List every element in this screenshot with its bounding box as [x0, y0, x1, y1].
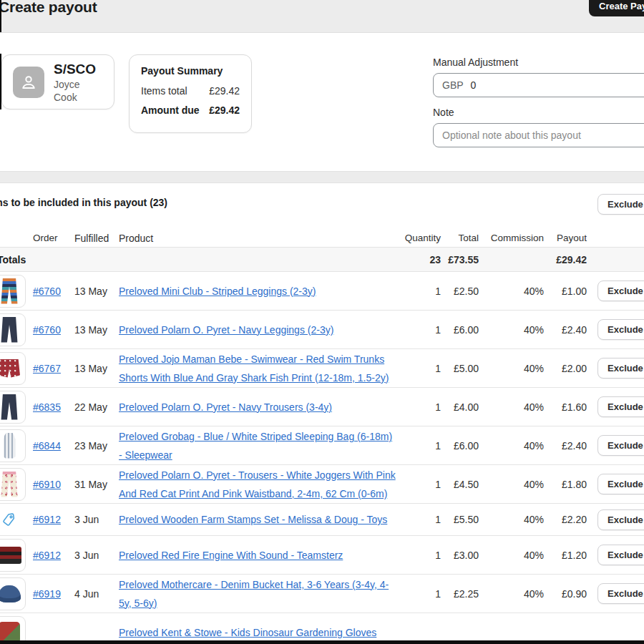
order-link[interactable]: #6912	[33, 550, 61, 561]
quantity-value: 1	[396, 479, 441, 490]
product-link[interactable]: Preloved Polarn O. Pyret - Trousers - Wh…	[119, 469, 396, 499]
exclude-button[interactable]: Exclude	[597, 509, 644, 530]
order-link[interactable]: #6844	[33, 440, 61, 452]
fulfilled-date: 31 May	[74, 479, 119, 490]
totals-total: £73.55	[441, 254, 479, 265]
payout-value: £1.60	[544, 401, 587, 413]
totals-row: Totals 23 £73.55 £29.42	[0, 248, 644, 272]
customer-name: Joyce Cook	[54, 78, 103, 104]
window-edge-bottom	[0, 640, 644, 644]
totals-payout: £29.42	[544, 254, 587, 265]
exclude-button[interactable]: Exclude	[597, 280, 644, 301]
commission-value: 40%	[479, 550, 544, 561]
total-value: £2.25	[441, 588, 479, 600]
total-value: £4.00	[441, 401, 479, 413]
product-link[interactable]: Preloved Polarn O. Pyret - Navy Leggings…	[119, 324, 333, 336]
quantity-value: 1	[396, 286, 441, 297]
fulfilled-date: 23 May	[74, 440, 119, 452]
quantity-value: 1	[396, 401, 441, 413]
exclude-button[interactable]: Exclude	[597, 358, 644, 379]
exclude-all-button[interactable]: Exclude All	[597, 194, 644, 215]
table-row: #6760 13 May Preloved Polarn O. Pyret - …	[0, 311, 644, 349]
commission-value: 40%	[479, 401, 544, 413]
product-thumbnail	[0, 391, 33, 424]
table-row: #6767 13 May Preloved Jojo Maman Bebe - …	[0, 349, 644, 388]
product-thumbnail	[0, 539, 33, 572]
table-row: #6910 31 May Preloved Polarn O. Pyret - …	[0, 465, 644, 504]
commission-value: 40%	[479, 440, 544, 452]
table-row: #6835 22 May Preloved Polarn O. Pyret - …	[0, 388, 644, 426]
column-header-fulfilled: Fulfilled	[74, 233, 119, 244]
total-value: £5.00	[441, 363, 479, 374]
total-value: £3.00	[441, 550, 479, 561]
table-row: #6912 3 Jun Preloved Red Fire Engine Wit…	[0, 536, 644, 575]
product-link[interactable]: Preloved Kent & Stowe - Kids Dinosaur Ga…	[119, 627, 376, 638]
order-link[interactable]: #6912	[33, 514, 61, 525]
fulfilled-date: 22 May	[74, 401, 119, 413]
table-row: Preloved Kent & Stowe - Kids Dinosaur Ga…	[0, 613, 644, 644]
fulfilled-date: 13 May	[74, 324, 119, 336]
note-label: Note	[433, 107, 644, 118]
table-header-row: Order Fulfilled Product Quantity Total C…	[0, 229, 644, 248]
table-row: #6919 4 Jun Preloved Mothercare - Denim …	[0, 575, 644, 613]
order-link[interactable]: #6760	[33, 286, 61, 297]
payout-value: £1.20	[544, 550, 587, 561]
totals-label: Totals	[0, 254, 396, 265]
customer-avatar-icon	[13, 67, 44, 98]
exclude-button[interactable]: Exclude	[597, 545, 644, 565]
exclude-button[interactable]: Exclude	[597, 583, 644, 604]
quantity-value: 1	[396, 550, 441, 561]
product-link[interactable]: Preloved Red Fire Engine With Sound - Te…	[119, 550, 343, 561]
column-header-total: Total	[441, 233, 479, 243]
payout-value: £2.20	[544, 514, 587, 525]
product-thumbnail	[0, 468, 33, 501]
order-link[interactable]: #6760	[33, 324, 61, 336]
order-link[interactable]: #6767	[33, 363, 61, 374]
column-header-payout: Payout	[544, 233, 587, 243]
page-header: Create payout Create Payout	[0, 0, 644, 33]
product-link[interactable]: Preloved Mothercare - Denim Bucket Hat, …	[119, 579, 389, 609]
total-value: £4.50	[441, 479, 479, 490]
product-thumbnail	[0, 429, 33, 462]
quantity-value: 1	[396, 363, 441, 374]
exclude-button[interactable]: Exclude	[597, 435, 644, 456]
payout-value: £2.40	[544, 440, 587, 452]
exclude-button[interactable]: Exclude	[597, 474, 644, 494]
fulfilled-date: 13 May	[74, 363, 119, 374]
product-link[interactable]: Preloved Grobag - Blue / White Striped S…	[119, 431, 392, 461]
order-link[interactable]: #6835	[33, 401, 61, 413]
payout-value: £1.00	[544, 286, 587, 297]
items-section: Items to be included in this payout (23)…	[0, 183, 644, 644]
table-row: #6912 3 Jun Preloved Wooden Farm Stamps …	[0, 504, 644, 536]
page-title: Create payout	[0, 0, 97, 16]
quantity-value: 1	[396, 588, 441, 600]
totals-quantity: 23	[396, 254, 441, 265]
payout-summary-card: Payout Summary Items total £29.42 Amount…	[129, 54, 252, 133]
manual-adjustment-input[interactable]: GBP 0	[433, 73, 644, 97]
manual-adjustment-label: Manual Adjustment	[433, 57, 644, 68]
exclude-button[interactable]: Exclude	[597, 396, 644, 417]
create-payout-button[interactable]: Create Payout	[589, 0, 644, 16]
total-value: £6.00	[441, 440, 479, 452]
commission-value: 40%	[479, 286, 544, 297]
product-thumbnail	[0, 504, 33, 535]
commission-value: 40%	[479, 479, 544, 490]
order-link[interactable]: #6919	[33, 588, 61, 600]
column-header-commission: Commission	[479, 233, 544, 243]
order-link[interactable]: #6910	[33, 479, 61, 490]
product-link[interactable]: Preloved Jojo Maman Bebe - Swimwear - Re…	[119, 353, 389, 384]
product-link[interactable]: Preloved Wooden Farm Stamps Set - Meliss…	[119, 514, 387, 525]
exclude-button[interactable]: Exclude	[597, 319, 644, 340]
note-input[interactable]	[433, 123, 644, 147]
customer-code: S/SCO	[54, 61, 103, 78]
payout-summary-title: Payout Summary	[141, 65, 240, 77]
payout-value: £1.80	[544, 479, 587, 490]
product-link[interactable]: Preloved Mini Club - Striped Leggings (2…	[119, 286, 316, 297]
currency-prefix: GBP	[442, 79, 464, 91]
window-edge-left	[0, 0, 1, 32]
table-row: #6844 23 May Preloved Grobag - Blue / Wh…	[0, 426, 644, 465]
product-link[interactable]: Preloved Polarn O. Pyret - Navy Trousers…	[119, 401, 332, 413]
column-header-product: Product	[119, 229, 396, 248]
tag-icon	[0, 504, 24, 535]
product-thumbnail	[0, 275, 33, 308]
